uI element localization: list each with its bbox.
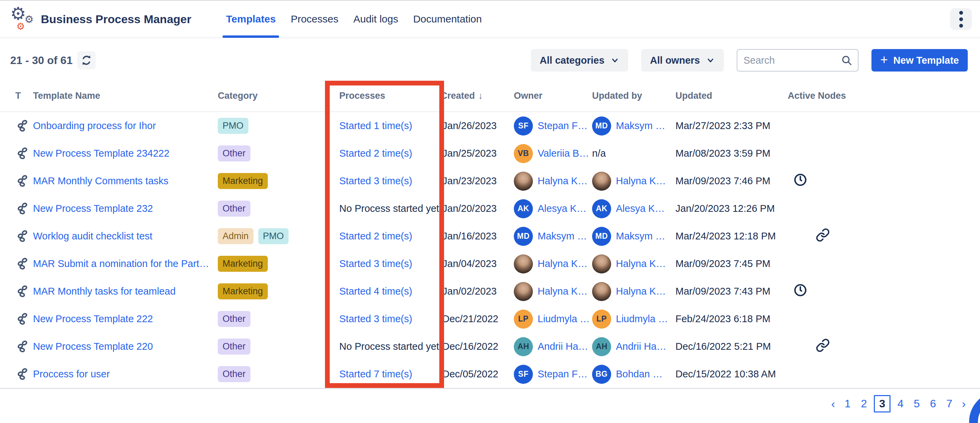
- category-badge: Marketing: [218, 256, 268, 272]
- template-name-link[interactable]: MAR Monthly Comments tasks: [33, 176, 218, 187]
- owner-avatar[interactable]: LP: [514, 310, 533, 329]
- owner-avatar[interactable]: [514, 172, 533, 191]
- column-header-processes[interactable]: Processes: [335, 91, 441, 101]
- owner-name-link[interactable]: Halyna K…: [538, 286, 588, 297]
- owner-avatar[interactable]: SF: [514, 117, 533, 136]
- updated-by-avatar[interactable]: AK: [592, 199, 611, 218]
- pagination-next-button[interactable]: ›: [959, 397, 969, 410]
- updated-by-avatar[interactable]: [592, 172, 611, 191]
- template-name-link[interactable]: Worklog audit checklist test: [33, 231, 218, 242]
- updated-timestamp: Mar/09/2023 7:46 PM: [675, 176, 788, 187]
- owner-name-link[interactable]: Alesya K…: [538, 203, 586, 214]
- owner-avatar[interactable]: AH: [514, 337, 533, 356]
- owner-avatar[interactable]: AK: [514, 199, 533, 218]
- new-template-button[interactable]: + New Template: [872, 49, 968, 72]
- processes-started-link[interactable]: Started 2 time(s): [335, 148, 441, 159]
- template-name-link[interactable]: New Process Template 232: [33, 203, 218, 214]
- template-name-link[interactable]: New Process Template 234222: [33, 148, 218, 159]
- processes-started-link[interactable]: Started 2 time(s): [335, 231, 441, 242]
- template-name-link[interactable]: MAR Monthly tasks for teamlead: [33, 286, 218, 297]
- updated-by-name-link[interactable]: Liudmyla …: [616, 313, 668, 324]
- column-header-updated[interactable]: Updated: [675, 91, 788, 101]
- owner-avatar[interactable]: VB: [514, 144, 533, 163]
- column-header-created[interactable]: Created ↓: [441, 91, 514, 101]
- category-cell: PMO: [218, 118, 335, 134]
- owner-name-link[interactable]: Liudmyla …: [538, 313, 590, 324]
- tab-processes[interactable]: Processes: [283, 0, 346, 38]
- owner-avatar[interactable]: [514, 254, 533, 273]
- column-header-owner[interactable]: Owner: [514, 91, 592, 101]
- tab-templates[interactable]: Templates: [218, 0, 283, 38]
- owner-name-link[interactable]: Andrii Ha…: [538, 341, 588, 352]
- pagination-page-4[interactable]: 4: [894, 396, 907, 412]
- refresh-button[interactable]: [77, 51, 95, 69]
- processes-started-link[interactable]: Started 3 time(s): [335, 176, 441, 187]
- updated-by-name-link[interactable]: Maksym …: [616, 231, 665, 242]
- result-count: 21 - 30 of 61: [10, 54, 73, 67]
- processes-started-link[interactable]: Started 1 time(s): [335, 120, 441, 131]
- column-header-category[interactable]: Category: [218, 91, 335, 101]
- processes-started-link[interactable]: Started 7 time(s): [335, 369, 441, 380]
- owner-avatar[interactable]: MD: [514, 227, 533, 246]
- categories-filter-dropdown[interactable]: All categories: [531, 49, 628, 72]
- owners-filter-dropdown[interactable]: All owners: [641, 49, 724, 72]
- processes-started-link[interactable]: Started 3 time(s): [335, 258, 441, 270]
- owner-name-link[interactable]: Stepan F…: [538, 120, 588, 131]
- template-name-link[interactable]: New Process Template 222: [33, 313, 218, 324]
- owner-avatar[interactable]: [514, 282, 533, 301]
- processes-started-link[interactable]: Started 3 time(s): [335, 313, 441, 324]
- updated-by-name-link[interactable]: Maksym …: [616, 120, 665, 131]
- column-header-active-nodes[interactable]: Active Nodes: [788, 91, 980, 101]
- owner-name-link[interactable]: Stepan F…: [538, 369, 588, 380]
- updated-by-name-link[interactable]: Andrii Ha…: [616, 341, 666, 352]
- search-input[interactable]: [743, 54, 841, 66]
- updated-by-name-link[interactable]: Alesya K…: [616, 203, 665, 214]
- updated-by-name-link[interactable]: Halyna K…: [616, 176, 666, 187]
- updated-by-avatar[interactable]: MD: [592, 227, 611, 246]
- pagination-page-1[interactable]: 1: [841, 396, 854, 412]
- chevron-down-icon: [611, 56, 619, 65]
- owner-name-link[interactable]: Valeriia B…: [538, 148, 589, 159]
- updated-by-avatar[interactable]: AH: [592, 337, 611, 356]
- pagination-page-5[interactable]: 5: [910, 396, 923, 412]
- tab-documentation[interactable]: Documentation: [406, 0, 489, 38]
- owner-name-link[interactable]: Maksym …: [538, 231, 587, 242]
- tab-audit-logs[interactable]: Audit logs: [346, 0, 406, 38]
- template-name-link[interactable]: MAR Submit a nomination for the Part…: [33, 258, 218, 270]
- owner-name-link[interactable]: Halyna K…: [538, 176, 588, 187]
- active-nodes-cell: [788, 173, 980, 189]
- floating-action-button[interactable]: [969, 392, 980, 423]
- pagination-prev-button[interactable]: ‹: [829, 397, 838, 410]
- pagination-page-2[interactable]: 2: [858, 396, 870, 412]
- updated-by-avatar[interactable]: LP: [592, 310, 611, 329]
- category-badge: Marketing: [218, 283, 268, 299]
- column-header-type[interactable]: T: [15, 91, 33, 101]
- updated-timestamp: Feb/24/2023 6:18 PM: [675, 313, 788, 324]
- kebab-menu-button[interactable]: [950, 8, 972, 30]
- updated-by-avatar[interactable]: MD: [592, 117, 611, 136]
- created-date: Dec/05/2022: [441, 369, 514, 380]
- updated-by-name-link[interactable]: Bohdan …: [616, 369, 662, 380]
- updated-by-name-link[interactable]: Halyna K…: [616, 286, 666, 297]
- active-nodes-cell: [788, 283, 980, 300]
- updated-by-avatar[interactable]: BG: [592, 365, 611, 384]
- updated-timestamp: Mar/27/2023 2:33 PM: [675, 120, 788, 131]
- column-header-updated-by[interactable]: Updated by: [592, 91, 675, 101]
- owner-name-link[interactable]: Halyna K…: [538, 258, 588, 270]
- created-date: Dec/16/2022: [441, 341, 514, 352]
- updated-by-cell: Halyna K…: [592, 254, 675, 273]
- updated-by-avatar[interactable]: [592, 254, 611, 273]
- updated-by-avatar[interactable]: [592, 282, 611, 301]
- pagination-page-3-current[interactable]: 3: [874, 395, 891, 412]
- updated-by-name-link[interactable]: Halyna K…: [616, 258, 666, 270]
- created-date: Dec/21/2022: [441, 313, 514, 324]
- template-name-link[interactable]: Proccess for user: [33, 369, 218, 380]
- owner-avatar[interactable]: SF: [514, 365, 533, 384]
- category-cell: Other: [218, 201, 335, 217]
- processes-started-link[interactable]: Started 4 time(s): [335, 286, 441, 297]
- pagination-page-6[interactable]: 6: [927, 396, 940, 412]
- template-name-link[interactable]: Onboarding process for Ihor: [33, 120, 218, 131]
- column-header-template-name[interactable]: Template Name: [33, 91, 218, 101]
- pagination-page-7[interactable]: 7: [943, 396, 956, 412]
- template-name-link[interactable]: New Process Template 220: [33, 341, 218, 352]
